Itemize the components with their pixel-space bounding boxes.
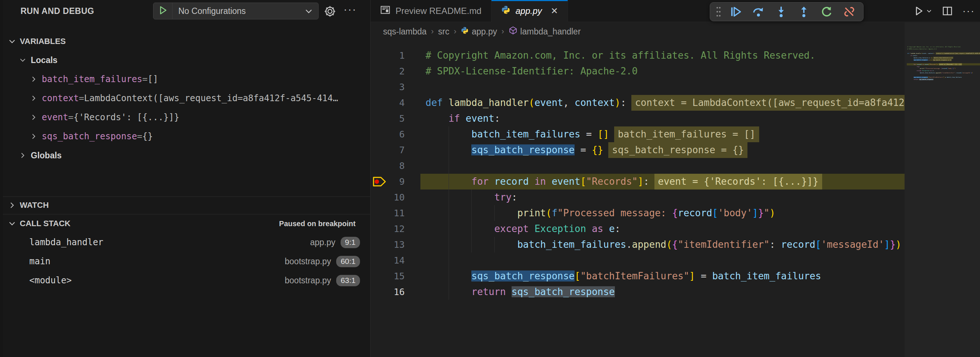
section-divider xyxy=(3,214,370,214)
code-line-3: 3 xyxy=(371,79,905,95)
line-number[interactable]: 10 xyxy=(371,190,405,205)
run-button[interactable] xyxy=(913,5,932,16)
start-debug-button[interactable] xyxy=(153,3,172,19)
code-line-16: 16 return sqs_batch_response xyxy=(371,284,905,300)
current-breakpoint-icon xyxy=(372,176,387,187)
variable-row[interactable]: context = LambdaContext([aws_request_id=… xyxy=(3,89,370,107)
inline-debug-value: event = {'Records': [{...}]} xyxy=(654,174,822,190)
code-text: def lambda_handler(event, context):conte… xyxy=(426,95,905,111)
disconnect-button[interactable] xyxy=(839,4,859,20)
sidebar-more-actions-icon[interactable]: ··· xyxy=(344,3,357,15)
variables-section-header[interactable]: VARIABLES xyxy=(3,35,370,48)
breadcrumb-label: app.py xyxy=(472,27,497,37)
scope-row-globals[interactable]: Globals xyxy=(3,147,370,164)
line-number[interactable]: 15 xyxy=(371,268,405,284)
breadcrumb-item-lambda-handler[interactable]: lambda_handler xyxy=(509,26,581,37)
frame-file: app.py xyxy=(310,237,336,247)
breadcrumb-separator-icon: › xyxy=(454,27,456,36)
stack-frame-row[interactable]: lambda_handlerapp.py9:1 xyxy=(3,233,370,252)
line-number[interactable]: 1 xyxy=(371,48,405,64)
inline-debug-value: sqs_batch_response = {} xyxy=(608,142,748,158)
code-text: for record in event["Records"]:event = {… xyxy=(426,174,822,190)
code-text: batch_item_failures = []batch_item_failu… xyxy=(426,126,759,142)
breadcrumb-item-src[interactable]: src xyxy=(438,27,449,37)
editor-actions: ··· xyxy=(913,0,975,22)
continue-button[interactable] xyxy=(725,4,746,20)
frame-location: app.py9:1 xyxy=(310,237,360,248)
restart-button[interactable] xyxy=(816,4,837,20)
code-line-10: 10 try: xyxy=(371,190,905,205)
gear-icon[interactable] xyxy=(324,5,336,19)
split-editor-button[interactable] xyxy=(942,5,953,16)
drag-handle-icon[interactable] xyxy=(714,4,723,20)
debug-config-label[interactable]: No Configurations xyxy=(172,6,299,16)
line-number[interactable]: 12 xyxy=(371,221,405,237)
chevron-collapsed-icon xyxy=(8,201,16,209)
python-icon xyxy=(461,26,469,35)
variables-section-label: VARIABLES xyxy=(20,37,66,46)
chevron-collapsed-icon xyxy=(30,133,37,140)
code-text: # SPDX-License-Identifier: Apache-2.0 xyxy=(426,64,638,79)
line-number[interactable]: 5 xyxy=(371,111,405,126)
minimap[interactable]: 1# Copyright Amazon.com, Inc. or its aff… xyxy=(905,22,980,357)
code-line-14: 14 xyxy=(371,253,905,268)
line-number[interactable]: 16 xyxy=(371,284,405,300)
python-icon xyxy=(461,26,469,37)
close-icon[interactable]: ✕ xyxy=(551,6,558,16)
debug-configuration-dropdown[interactable]: No Configurations xyxy=(153,3,318,19)
line-number[interactable]: 11 xyxy=(371,205,405,221)
code-text: sqs_batch_response["batchItemFailures"] … xyxy=(426,268,821,284)
code-line-2: 2# SPDX-License-Identifier: Apache-2.0 xyxy=(371,64,905,79)
step-into-button[interactable] xyxy=(771,4,791,20)
variable-row[interactable]: batch_item_failures = [] xyxy=(3,70,370,88)
line-number[interactable]: 8 xyxy=(371,158,405,174)
code-editor[interactable]: 1# Copyright Amazon.com, Inc. or its aff… xyxy=(371,41,905,357)
step-out-button[interactable] xyxy=(794,4,814,20)
breadcrumb-label: sqs-lambda xyxy=(383,27,426,37)
watch-section-header[interactable]: WATCH xyxy=(3,197,370,213)
run-and-debug-sidebar: RUN AND DEBUG No Configurations xyxy=(0,0,371,357)
line-number[interactable]: 13 xyxy=(371,237,405,253)
tab-app-py[interactable]: app.py✕ xyxy=(492,0,568,22)
chevron-collapsed-icon xyxy=(30,94,37,102)
play-icon xyxy=(158,5,168,17)
code-text: try: xyxy=(426,190,517,205)
code-line-15: 15 sqs_batch_response["batchItemFailures… xyxy=(371,268,905,284)
breadcrumb-item-sqs-lambda[interactable]: sqs-lambda xyxy=(383,27,426,37)
breadcrumb: sqs-lambda›src› app.py› lambda_handler xyxy=(371,22,905,41)
stack-frame-row[interactable]: mainbootstrap.py60:1 xyxy=(3,252,370,271)
line-number[interactable]: 4 xyxy=(371,95,405,111)
code-line-11: 11 print(f"Processed message: {record['b… xyxy=(371,205,905,221)
line-number[interactable]: 2 xyxy=(371,64,405,79)
variable-row[interactable]: sqs_batch_response = {} xyxy=(3,128,370,145)
code-line-8: 8 xyxy=(371,158,905,174)
line-number[interactable]: 14 xyxy=(371,253,405,268)
indent-guide xyxy=(449,158,449,174)
code-text: except Exception as e: xyxy=(426,221,620,237)
variable-row[interactable]: event = {'Records': [{...}]} xyxy=(3,108,370,126)
line-number[interactable]: 7 xyxy=(371,142,405,158)
code-line-12: 12 except Exception as e: xyxy=(371,221,905,237)
paused-status-badge: Paused on breakpoint xyxy=(279,215,356,233)
line-number[interactable]: 6 xyxy=(371,126,405,142)
frame-location: bootstrap.py60:1 xyxy=(285,256,360,267)
variable-value: LambdaContext([aws_request_id=a8fa412f-a… xyxy=(84,93,338,104)
chevron-down-icon xyxy=(926,8,932,14)
frame-name: main xyxy=(29,256,51,266)
tab-label: Preview README.md xyxy=(396,6,482,16)
more-actions-button[interactable]: ··· xyxy=(963,5,975,17)
breadcrumb-separator-icon: › xyxy=(431,27,434,36)
scope-row-locals[interactable]: Locals xyxy=(3,51,370,69)
variable-value: {'Records': [{...}]} xyxy=(73,112,180,123)
breadcrumb-item-app-py[interactable]: app.py xyxy=(461,26,497,37)
step-over-button[interactable] xyxy=(748,4,769,20)
code-line-13: 13 batch_item_failures.append({"itemIden… xyxy=(371,237,905,253)
call-stack-section-header[interactable]: CALL STACK Paused on breakpoint xyxy=(3,215,370,233)
tab-preview-readme-md[interactable]: Preview README.md xyxy=(371,0,492,22)
stack-frame-row[interactable]: <module>bootstrap.py63:1 xyxy=(3,271,370,290)
inline-debug-value: batch_item_failures = [] xyxy=(614,126,759,142)
line-number[interactable]: 3 xyxy=(371,79,405,95)
variable-name: batch_item_failures xyxy=(42,74,142,84)
chevron-expanded-icon xyxy=(8,37,16,45)
code-text: print(f"Processed message: {record['body… xyxy=(426,205,775,221)
